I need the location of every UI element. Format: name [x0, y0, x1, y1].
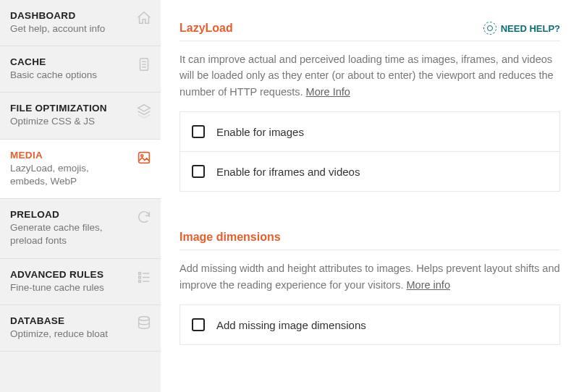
- option-group: Enable for images Enable for iframes and…: [179, 111, 560, 192]
- sidebar-item-sub: Optimize CSS & JS: [10, 115, 122, 128]
- main-content: LazyLoad NEED HELP? It can improve actua…: [161, 0, 579, 392]
- option-enable-images[interactable]: Enable for images: [179, 111, 560, 151]
- option-label: Enable for iframes and videos: [216, 166, 360, 178]
- refresh-icon: [136, 209, 152, 225]
- more-info-link[interactable]: More Info: [306, 86, 350, 98]
- option-label: Enable for images: [216, 126, 304, 138]
- svg-rect-3: [139, 276, 141, 278]
- sidebar-item-title: FILE OPTIMIZATION: [10, 103, 151, 114]
- sidebar-item-database[interactable]: DATABASE Optimize, reduce bloat: [0, 305, 161, 351]
- sidebar-item-sub: Fine-tune cache rules: [10, 281, 122, 294]
- sidebar-item-preload[interactable]: PRELOAD Generate cache files, preload fo…: [0, 199, 161, 258]
- more-info-link[interactable]: More info: [407, 279, 450, 291]
- sidebar-item-sub: Optimize, reduce bloat: [10, 328, 122, 341]
- desc-text: It can improve actual and perceived load…: [179, 54, 554, 98]
- sidebar-item-file-optimization[interactable]: FILE OPTIMIZATION Optimize CSS & JS: [0, 93, 161, 139]
- help-label: NEED HELP?: [501, 23, 560, 34]
- svg-rect-4: [139, 280, 141, 282]
- section-desc: It can improve actual and perceived load…: [179, 41, 560, 111]
- section-header: Image dimensions: [179, 218, 560, 250]
- desc-text: Add missing width and height attributes …: [179, 263, 560, 290]
- help-icon: [483, 22, 496, 35]
- sidebar-item-sub: Basic cache options: [10, 69, 122, 82]
- checkbox[interactable]: [192, 165, 205, 178]
- sidebar-item-title: ADVANCED RULES: [10, 269, 151, 280]
- sidebar-item-media[interactable]: MEDIA LazyLoad, emojis, embeds, WebP: [0, 140, 161, 199]
- section-title: Image dimensions: [179, 231, 281, 244]
- sidebar-item-advanced-rules[interactable]: ADVANCED RULES Fine-tune cache rules: [0, 259, 161, 305]
- sidebar-item-title: DASHBOARD: [10, 10, 151, 21]
- home-icon: [136, 10, 152, 26]
- sidebar-item-sub: Generate cache files, preload fonts: [10, 221, 122, 247]
- section-desc: Add missing width and height attributes …: [179, 250, 560, 304]
- sidebar-item-dashboard[interactable]: DASHBOARD Get help, account info: [0, 0, 161, 46]
- svg-point-1: [141, 154, 143, 156]
- sidebar-item-title: CACHE: [10, 56, 151, 67]
- sidebar-item-cache[interactable]: CACHE Basic cache options: [0, 46, 161, 93]
- option-group: Add missing image dimensions: [179, 304, 560, 345]
- image-icon: [136, 150, 152, 166]
- section-header: LazyLoad NEED HELP?: [179, 9, 560, 41]
- need-help-link[interactable]: NEED HELP?: [483, 22, 560, 35]
- sidebar-item-title: MEDIA: [10, 150, 151, 161]
- option-label: Add missing image dimensions: [216, 319, 366, 331]
- option-enable-iframes-videos[interactable]: Enable for iframes and videos: [179, 151, 560, 192]
- document-icon: [136, 56, 152, 72]
- checkbox[interactable]: [192, 125, 205, 138]
- list-icon: [136, 269, 152, 285]
- layers-icon: [136, 103, 152, 119]
- sidebar: DASHBOARD Get help, account info CACHE B…: [0, 0, 161, 392]
- option-add-missing-dimensions[interactable]: Add missing image dimensions: [179, 304, 560, 345]
- sidebar-item-sub: Get help, account info: [10, 22, 122, 35]
- section-image-dimensions: Image dimensions Add missing width and h…: [179, 218, 560, 345]
- sidebar-item-title: PRELOAD: [10, 209, 151, 220]
- svg-point-5: [139, 317, 150, 321]
- checkbox[interactable]: [192, 318, 205, 331]
- svg-rect-2: [139, 272, 141, 274]
- database-icon: [136, 315, 152, 331]
- section-title: LazyLoad: [179, 22, 233, 35]
- sidebar-item-title: DATABASE: [10, 315, 151, 326]
- section-lazyload: LazyLoad NEED HELP? It can improve actua…: [179, 9, 560, 192]
- sidebar-item-sub: LazyLoad, emojis, embeds, WebP: [10, 162, 122, 188]
